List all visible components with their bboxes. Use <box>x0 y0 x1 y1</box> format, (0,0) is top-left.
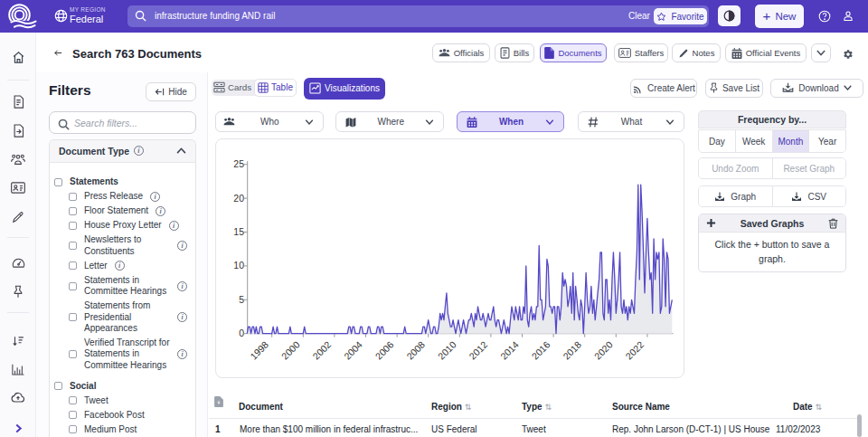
svg-text:2018: 2018 <box>561 339 583 362</box>
svg-text:2010: 2010 <box>436 339 458 362</box>
svg-text:2014: 2014 <box>498 339 521 362</box>
svg-text:20: 20 <box>233 193 244 204</box>
svg-text:25: 25 <box>233 158 244 169</box>
svg-text:15: 15 <box>233 226 244 237</box>
svg-text:2004: 2004 <box>342 339 364 362</box>
svg-text:1998: 1998 <box>248 339 270 362</box>
svg-text:2016: 2016 <box>530 339 552 362</box>
svg-text:5: 5 <box>239 294 244 305</box>
svg-text:2006: 2006 <box>373 339 396 362</box>
svg-text:2000: 2000 <box>279 339 302 362</box>
svg-text:2008: 2008 <box>404 339 427 362</box>
svg-text:10: 10 <box>233 260 244 271</box>
svg-text:0: 0 <box>239 328 244 338</box>
svg-text:2020: 2020 <box>592 339 615 362</box>
svg-text:2012: 2012 <box>467 339 489 362</box>
svg-text:2022: 2022 <box>623 339 646 362</box>
svg-text:2002: 2002 <box>310 339 333 362</box>
